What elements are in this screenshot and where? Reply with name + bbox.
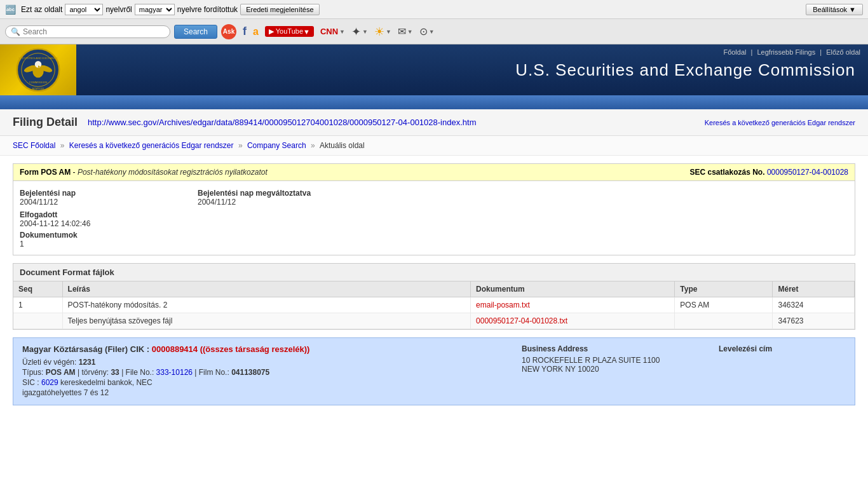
documents-value: 1	[20, 240, 848, 248]
row1-type: POS AM	[675, 297, 773, 313]
edgar-link[interactable]: Keresés a következő generációs Edgar ren…	[705, 119, 855, 126]
cik-value: 0000889414	[152, 344, 198, 354]
filing-info-box: Form POS AM - Post-hatékony módosításoka…	[13, 163, 855, 255]
search-input-wrap: 🔍	[5, 25, 170, 38]
filing-info-header: Form POS AM - Post-hatékony módosításoka…	[13, 164, 855, 181]
youtube-icon: ▶ YouTube	[269, 27, 303, 36]
breadcrumb-company-search[interactable]: Company Search	[247, 141, 306, 150]
search-input[interactable]	[23, 27, 150, 36]
company-cik-link[interactable]: 0000889414 ((összes társaság reszelék))	[152, 344, 310, 354]
breadcrumb-home[interactable]: SEC Főoldal	[13, 141, 55, 150]
translation-middle: nyelvről	[105, 5, 132, 14]
cnn-icon: CNN	[320, 27, 338, 36]
latest-filings-link[interactable]: Legfrissebb Filings	[757, 48, 815, 56]
row2-seq	[13, 313, 62, 329]
facebook-toolbar-button[interactable]: f	[243, 25, 247, 38]
company-info-box: Magyar Köztársaság (Filer) CIK : 0000889…	[13, 337, 855, 405]
breadcrumb-sep3: »	[311, 141, 317, 150]
row2-type	[675, 313, 773, 329]
more-toolbar-button[interactable]: ⊙ ▼	[419, 25, 435, 37]
form-type-desc: Post-hatékony módosításokat regisztráció…	[78, 168, 268, 177]
file-no-label: | File No.:	[121, 368, 156, 377]
prev-page-link[interactable]: Előző oldal	[826, 48, 860, 56]
sec-title: U.S. Securities and Exchange Commission	[76, 60, 855, 80]
translation-prefix: Ezt az oldalt	[21, 5, 62, 14]
mail-toolbar-button[interactable]: ✉ ▼	[398, 25, 413, 37]
col-seq: Seq	[13, 281, 62, 297]
mailing-address: Levelezési cím	[719, 344, 846, 398]
more-icon: ⊙	[419, 25, 428, 37]
col-size: Méret	[773, 281, 855, 297]
filing-date-cell: Bejelentési nap 2004/11/12	[20, 187, 198, 208]
company-fiscal-year: Üzleti év végén: 1231	[22, 358, 515, 367]
filing-url-link[interactable]: http://www.sec.gov/Archives/edgar/data/8…	[88, 118, 695, 127]
breadcrumb-sep1: »	[60, 141, 67, 150]
news-arrow: ▼	[362, 29, 368, 35]
row2-desc: Teljes benyújtása szöveges fájl	[62, 313, 470, 329]
search-toolbar: 🔍 Search Ask f a ▶ YouTube ▼ CNN ▼ ✦ ▼ ☀…	[0, 19, 868, 44]
row2-doc: 0000950127-04-001028.txt	[471, 313, 675, 329]
sec-no: SEC csatlakozás No. 0000950127-04-001028	[689, 168, 848, 177]
filing-date-row: Bejelentési nap 2004/11/12 Bejelentési n…	[20, 187, 317, 208]
from-language-select[interactable]: angol német francia	[65, 4, 103, 15]
cik-close: )	[307, 344, 309, 354]
youtube-toolbar-button[interactable]: ▶ YouTube ▼	[265, 26, 314, 37]
directors-value: 7 és 12	[84, 388, 109, 397]
file-no-link[interactable]: 333-10126	[156, 368, 193, 377]
type-label: Típus:	[22, 368, 46, 377]
amazon-icon: a	[253, 26, 259, 37]
row1-doc: email-posam.txt	[471, 297, 675, 313]
translation-bar: 🔤 Ezt az oldalt angol német francia nyel…	[0, 0, 868, 19]
weather-toolbar-button[interactable]: ☀ ▼	[374, 25, 391, 39]
doc-format-title: Document Format fájlok	[13, 264, 855, 281]
col-description: Leírás	[62, 281, 470, 297]
mailing-addr-label: Levelezési cím	[719, 344, 846, 353]
filing-date-changed-cell: Bejelentési nap megváltoztatva 2004/11/1…	[198, 187, 317, 208]
settings-button[interactable]: Beállítások ▼	[806, 4, 863, 15]
sec-seal: SECURITIES AND EXCHANGE COMMISSION MCMXX…	[16, 48, 60, 92]
sic-label: SIC :	[22, 378, 41, 387]
to-language-select[interactable]: magyar angol német	[135, 4, 175, 15]
table-row: 1 POST-hatékony módosítás. 2 email-posam…	[13, 297, 855, 313]
fiscal-year-value: 1231	[79, 358, 96, 367]
mail-arrow: ▼	[407, 29, 413, 35]
business-address: Business Address 10 ROCKEFELLE R PLAZA S…	[522, 344, 712, 398]
cnn-toolbar-button[interactable]: CNN ▼	[320, 27, 345, 36]
form-type-sep: -	[73, 168, 78, 177]
sep2: |	[820, 48, 824, 56]
facebook-icon: f	[243, 25, 247, 38]
more-arrow: ▼	[429, 29, 435, 35]
filing-detail-title: Filing Detail	[13, 116, 78, 129]
home-link[interactable]: Főoldal	[723, 48, 746, 56]
company-name-text: Magyar Köztársaság (Filer)	[22, 344, 128, 354]
form-type: Form POS AM - Post-hatékony módosításoka…	[20, 168, 268, 177]
fiscal-year-label: Üzleti év végén:	[22, 358, 79, 367]
doc-table: Seq Leírás Dokumentum Type Méret 1 POST-…	[13, 281, 855, 329]
filing-info-body: Bejelentési nap 2004/11/12 Bejelentési n…	[13, 181, 855, 255]
breadcrumb-current: Aktuális oldal	[320, 141, 365, 150]
cnn-arrow: ▼	[339, 29, 345, 35]
row1-desc: POST-hatékony módosítás. 2	[62, 297, 470, 313]
youtube-arrow: ▼	[303, 28, 310, 36]
company-sic-row: SIC : 6029 kereskedelmi bankok, NEC	[22, 378, 515, 387]
settings-label: Beállítások	[813, 6, 847, 13]
sic-link[interactable]: 6029	[41, 378, 58, 387]
law-value: 33	[111, 368, 119, 377]
filing-date-changed-value: 2004/11/12	[198, 198, 311, 207]
mail-icon: ✉	[398, 25, 406, 37]
original-view-button[interactable]: Eredeti megjelenítése	[240, 4, 319, 15]
sec-top-links: Főoldal | Legfrissebb Filings | Előző ol…	[723, 48, 860, 56]
news-toolbar-button[interactable]: ✦ ▼	[351, 25, 368, 39]
search-button[interactable]: Search	[174, 25, 217, 39]
type-value: POS AM	[46, 368, 76, 377]
business-addr-line2: NEW YORK NY 10020	[522, 365, 712, 374]
film-no-label: | Film No.:	[194, 368, 231, 377]
row2-doc-link[interactable]: 0000950127-04-001028.txt	[476, 316, 567, 325]
row1-doc-link[interactable]: email-posam.txt	[476, 301, 530, 309]
breadcrumb: SEC Főoldal » Keresés a következő generá…	[0, 136, 868, 156]
breadcrumb-edgar[interactable]: Keresés a következő generációs Edgar ren…	[69, 141, 234, 150]
breadcrumb-sep2: »	[238, 141, 245, 150]
news-icon: ✦	[351, 25, 361, 39]
amazon-toolbar-button[interactable]: a	[253, 26, 259, 37]
translation-suffix: nyelvre fordítottuk	[177, 5, 238, 14]
